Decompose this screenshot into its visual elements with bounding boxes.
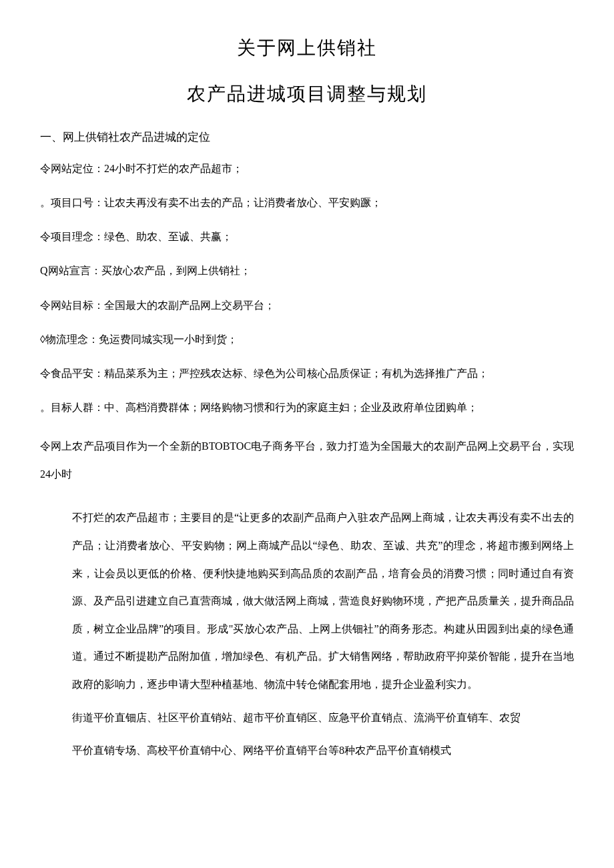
bullet-item-5: ◊物流理念：免运费同城实现一小时到货； xyxy=(40,330,574,348)
bullet-item-2: 令项目理念：绿色、助农、至诚、共赢； xyxy=(40,228,574,246)
main-paragraph-tail1: 街道平价直钿店、社区平价直销站、超市平价直销区、应急平价直销点、流淌平价直销车、… xyxy=(40,704,574,732)
section-1-heading: 一、网上供销社农产品进城的定位 xyxy=(40,128,574,146)
bullet-item-0: 令网站定位：24小时不打烂的农产品超市； xyxy=(40,159,574,177)
document-title-2: 农产品进城项目调整与规划 xyxy=(40,79,574,109)
bullet-item-1: 。项目口号：让农夫再没有卖不出去的产品；让消费者放心、平安购蹶； xyxy=(40,193,574,211)
main-paragraph-tail2: 平价直销专场、高校平价直销中心、网络平价直销平台等8种农产品平价直销模式 xyxy=(40,737,574,765)
main-paragraph-body: 不打烂的农产品超市；主要目的是“让更多的农副产品商户入驻农产品网上商城，让农夫再… xyxy=(40,504,574,698)
main-paragraph-lead: 令网上农产品项目作为一个全新的BTOBTOC电子商务平台，致力打造为全国最大的农… xyxy=(40,432,574,488)
bullet-item-4: 令网站目标：全国最大的农副产品网上交易平台； xyxy=(40,296,574,314)
document-title-1: 关于网上供销社 xyxy=(40,33,574,63)
bullet-item-7: 。目标人群：中、高档消费群体；网络购物习惯和行为的家庭主妇；企业及政府单位团购单… xyxy=(40,398,574,416)
bullet-item-6: 令食品平安：精品菜系为主；严控残农达标、绿色为公司核心品质保证；有机为选择推广产… xyxy=(40,364,574,382)
bullet-item-3: Q网站宣言：买放心农产品，到网上供销社； xyxy=(40,262,574,280)
